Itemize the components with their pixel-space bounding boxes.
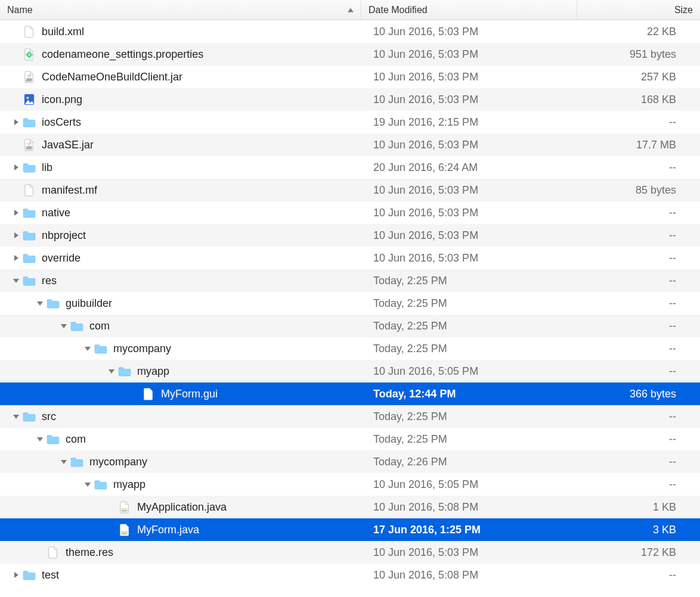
file-size-cell: -- [577,229,700,242]
file-name-label: native [42,207,70,219]
file-name-cell: manifest.mf [0,184,361,197]
file-size-cell: 168 KB [577,94,700,106]
file-name-label: JavaSE.jar [42,139,94,151]
disclosure-triangle-icon[interactable] [35,301,45,306]
file-name-cell: build.xml [0,25,361,38]
file-name-cell: override [0,251,361,265]
disclosure-triangle-icon[interactable] [35,437,45,441]
disclosure-triangle-icon[interactable] [58,324,69,328]
disclosure-triangle-icon[interactable] [106,369,117,374]
file-date-cell: 10 Jun 2016, 5:05 PM [361,365,577,378]
file-date-cell: 10 Jun 2016, 5:03 PM [361,207,577,219]
file-date-cell: Today, 2:25 PM [361,275,577,287]
file-date-cell: 10 Jun 2016, 5:03 PM [361,546,577,559]
file-name-cell: mycompany [0,455,361,468]
disclosure-triangle-icon[interactable] [11,255,21,261]
file-row[interactable]: srcToday, 2:25 PM-- [0,405,700,428]
file-row[interactable]: codenameone_settings.properties10 Jun 20… [0,43,700,66]
column-header-row: Name Date Modified Size [0,0,700,20]
file-name-label: manifest.mf [42,184,97,197]
file-row[interactable]: resToday, 2:25 PM-- [0,269,700,292]
file-row[interactable]: iosCerts19 Jun 2016, 2:15 PM-- [0,111,700,133]
file-size-cell: 1 KB [577,501,700,514]
file-row[interactable]: myapp10 Jun 2016, 5:05 PM-- [0,360,700,383]
file-size-cell: 951 bytes [577,48,700,61]
file-name-cell: guibuilder [0,297,361,310]
file-row[interactable]: javaMyForm.java17 Jun 2016, 1:25 PM3 KB [0,518,700,541]
file-row[interactable]: guibuilderToday, 2:25 PM-- [0,292,700,315]
file-size-cell: -- [577,478,700,491]
file-row[interactable]: override10 Jun 2016, 5:03 PM-- [0,247,700,269]
file-name-cell: javaMyForm.java [0,523,361,536]
file-row[interactable]: javaMyApplication.java10 Jun 2016, 5:08 … [0,496,700,518]
file-row[interactable]: myapp10 Jun 2016, 5:05 PM-- [0,473,700,496]
sort-ascending-icon [348,8,354,12]
file-date-cell: 10 Jun 2016, 5:08 PM [361,501,577,514]
file-row[interactable]: JARJavaSE.jar10 Jun 2016, 5:03 PM17.7 MB [0,133,700,156]
file-row[interactable]: comToday, 2:25 PM-- [0,428,700,450]
file-date-cell: 10 Jun 2016, 5:03 PM [361,94,577,106]
file-name-cell: mycompany [0,342,361,355]
file-row[interactable]: mycompanyToday, 2:25 PM-- [0,337,700,360]
file-name-label: com [89,320,110,332]
column-header-date[interactable]: Date Modified [361,0,577,20]
file-size-cell: 366 bytes [577,388,700,400]
file-date-cell: 10 Jun 2016, 5:03 PM [361,229,577,242]
file-name-label: override [42,252,80,265]
file-row[interactable]: theme.res10 Jun 2016, 5:03 PM172 KB [0,541,700,564]
file-name-cell: com [0,433,361,446]
file-row[interactable]: lib20 Jun 2016, 6:24 AM-- [0,156,700,179]
file-date-cell: 10 Jun 2016, 5:08 PM [361,569,577,582]
disclosure-triangle-icon[interactable] [11,279,21,283]
file-date-cell: 20 Jun 2016, 6:24 AM [361,161,577,174]
folder-icon [23,161,36,174]
file-name-label: guibuilder [66,297,112,310]
file-row[interactable]: native10 Jun 2016, 5:03 PM-- [0,201,700,224]
file-date-cell: 10 Jun 2016, 5:03 PM [361,252,577,265]
settings-icon [23,48,36,61]
disclosure-triangle-icon[interactable] [82,347,93,351]
file-size-cell: 172 KB [577,546,700,559]
file-name-label: MyForm.java [137,524,199,536]
file-row[interactable]: JARCodeNameOneBuildClient.jar10 Jun 2016… [0,66,700,88]
file-row[interactable]: mycompanyToday, 2:26 PM-- [0,450,700,473]
disclosure-triangle-icon[interactable] [11,164,21,170]
disclosure-triangle-icon[interactable] [82,483,93,487]
disclosure-triangle-icon[interactable] [58,460,69,464]
file-name-label: mycompany [113,343,171,355]
file-row[interactable]: nbproject10 Jun 2016, 5:03 PM-- [0,224,700,247]
file-row[interactable]: build.xml10 Jun 2016, 5:03 PM22 KB [0,20,700,43]
file-size-cell: -- [577,161,700,174]
file-name-cell: native [0,206,361,219]
disclosure-triangle-icon[interactable] [11,210,21,216]
file-size-cell: -- [577,297,700,310]
file-row[interactable]: icon.png10 Jun 2016, 5:03 PM168 KB [0,88,700,111]
disclosure-triangle-icon[interactable] [11,415,21,419]
file-row[interactable]: MyForm.guiToday, 12:44 PM366 bytes [0,383,700,405]
file-name-label: lib [42,161,52,174]
disclosure-triangle-icon[interactable] [11,119,21,125]
column-header-name[interactable]: Name [0,0,361,20]
file-date-cell: 10 Jun 2016, 5:03 PM [361,139,577,151]
folder-icon [23,251,36,265]
file-name-label: build.xml [42,26,84,38]
disclosure-triangle-icon[interactable] [11,232,21,238]
file-name-label: theme.res [66,546,113,559]
jar-icon: JAR [23,138,36,151]
file-date-cell: Today, 2:25 PM [361,433,577,446]
file-row[interactable]: comToday, 2:25 PM-- [0,315,700,337]
file-size-cell: 22 KB [577,26,700,38]
file-row[interactable]: test10 Jun 2016, 5:08 PM-- [0,564,700,586]
file-name-cell: myapp [0,365,361,378]
folder-icon [47,297,60,310]
svg-text:JAR: JAR [26,147,32,150]
column-header-size-label: Size [674,5,693,15]
file-row[interactable]: manifest.mf10 Jun 2016, 5:03 PM85 bytes [0,179,700,201]
file-name-cell: JARCodeNameOneBuildClient.jar [0,70,361,83]
column-header-size[interactable]: Size [577,0,700,20]
file-name-cell: src [0,410,361,423]
file-name-label: test [42,569,59,582]
disclosure-triangle-icon[interactable] [11,572,21,578]
file-name-cell: com [0,319,361,332]
folder-icon [70,319,83,332]
